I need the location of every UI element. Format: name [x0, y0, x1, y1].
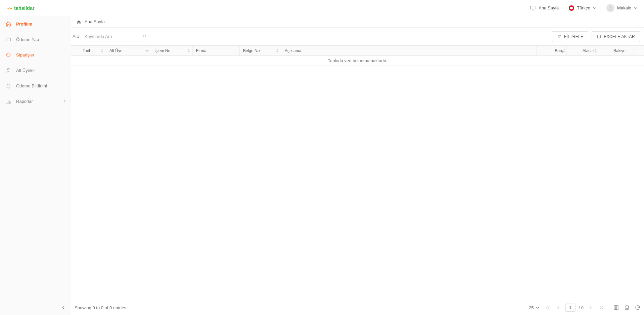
card-icon — [5, 36, 11, 42]
layers-icon[interactable] — [624, 305, 630, 311]
sidebar-item-raporlar[interactable]: Raporlar — [0, 93, 71, 109]
column-altuye[interactable]: Alt Üye — [106, 46, 151, 55]
logo[interactable]: tahsildar — [7, 5, 35, 11]
user-label: Makale — [617, 5, 631, 10]
home-icon[interactable] — [77, 19, 81, 24]
showing-label: Showing 0 to 0 of 0 entries — [75, 305, 126, 310]
column-label: İşlem No — [154, 48, 170, 53]
column-aciklama[interactable]: Açıklama — [281, 46, 537, 55]
column-label: Belge No — [243, 48, 260, 53]
topbar: tahsildar Ana Sayfa Türkçe Makale — [0, 0, 644, 16]
search-icon[interactable] — [142, 34, 147, 39]
svg-point-4 — [143, 35, 145, 37]
avatar — [606, 4, 614, 12]
sort-icon — [594, 49, 597, 53]
table-header-row: Tarih Alt Üye İşlem No — [71, 46, 644, 56]
sidebar-collapse-button[interactable] — [59, 304, 67, 312]
chevron-down-icon — [634, 6, 637, 10]
toolbar-buttons: FİLTRELE EXCELE AKTAR — [552, 31, 643, 42]
basket-icon — [5, 52, 11, 58]
sidebar-item-alt-uyeler[interactable]: Alt Üyeler — [0, 63, 71, 78]
search-input[interactable] — [84, 32, 148, 41]
user-icon — [5, 67, 11, 73]
sidebar-item-label: Alt Üyeler — [16, 68, 35, 73]
page-current-input[interactable] — [565, 304, 576, 312]
table-select-all[interactable] — [71, 46, 79, 55]
page-last-button[interactable] — [598, 304, 605, 311]
page-prev-button[interactable] — [555, 304, 562, 311]
column-bakiye[interactable]: Bakiye — [598, 46, 634, 55]
page-next-button[interactable] — [587, 304, 594, 311]
column-islem[interactable]: İşlem No — [151, 46, 193, 55]
sort-icon — [100, 49, 104, 53]
flag-tr-icon — [569, 5, 574, 11]
sort-icon — [187, 49, 190, 53]
topbar-right: Ana Sayfa Türkçe Makale — [530, 4, 637, 12]
filter-button[interactable]: FİLTRELE — [552, 31, 589, 42]
grid-view-icon[interactable] — [613, 305, 619, 311]
breadcrumb: Ana Sayfa — [71, 16, 644, 28]
language-select[interactable]: Türkçe — [569, 5, 596, 11]
chevron-right-icon — [63, 100, 66, 103]
monitor-icon — [530, 5, 536, 11]
page-size-value: 25 — [529, 305, 534, 310]
logo-text: tahsildar — [14, 5, 35, 11]
sidebar-item-odeme-yap[interactable]: Ödeme Yap — [0, 32, 71, 47]
page-first-button[interactable] — [544, 304, 551, 311]
svg-rect-6 — [614, 306, 618, 310]
main: Ana Sayfa Ara: FİLTRELE — [71, 16, 644, 315]
svg-point-3 — [7, 68, 9, 70]
sidebar-item-label: Ödeme Bildirimi — [16, 83, 47, 88]
pager: 25 / 0 — [527, 304, 641, 312]
export-excel-button[interactable]: EXCELE AKTAR — [592, 31, 640, 42]
sidebar-item-profilim[interactable]: Profilim — [0, 16, 71, 32]
page-total-label: / 0 — [579, 305, 584, 310]
column-label: Bakiye — [613, 48, 626, 53]
column-label: Borç — [555, 48, 563, 53]
column-label: Alacak — [583, 48, 595, 53]
home-link[interactable]: Ana Sayfa — [530, 5, 559, 11]
svg-point-7 — [625, 306, 629, 307]
column-alacak[interactable]: Alacak — [567, 46, 598, 55]
sidebar-item-label: Profilim — [16, 22, 32, 27]
column-tarih[interactable]: Tarih — [79, 46, 106, 55]
bell-icon — [5, 83, 11, 89]
sort-icon — [276, 49, 279, 53]
footer-tools — [613, 305, 641, 311]
chevron-down-icon — [536, 306, 539, 309]
chevron-down-icon — [145, 49, 149, 52]
sidebar: Profilim Ödeme Yap Siparişler Alt Üyeler… — [0, 16, 71, 315]
column-label: Firma — [196, 48, 206, 53]
chevron-down-icon — [593, 6, 596, 10]
toolbar: Ara: FİLTRELE — [71, 28, 644, 45]
svg-rect-2 — [6, 38, 11, 41]
sidebar-item-label: Ödeme Yap — [16, 37, 39, 42]
excel-icon — [597, 34, 601, 39]
user-menu[interactable]: Makale — [606, 4, 637, 12]
sidebar-item-label: Siparişler — [16, 52, 34, 57]
logo-icon — [7, 5, 13, 11]
svg-rect-0 — [531, 6, 536, 9]
column-label: Tarih — [83, 48, 91, 53]
sidebar-item-odeme-bildirimi[interactable]: Ödeme Bildirimi — [0, 78, 71, 93]
column-gutter — [634, 46, 644, 55]
export-button-label: EXCELE AKTAR — [604, 34, 635, 39]
page-size-select[interactable]: 25 — [527, 305, 540, 311]
empty-space — [71, 66, 644, 300]
column-firma[interactable]: Firma — [193, 46, 240, 55]
column-label: Alt Üye — [109, 48, 123, 53]
home-outline-icon — [5, 21, 11, 27]
table-footer: Showing 0 to 0 of 0 entries 25 / 0 — [71, 300, 644, 315]
language-label: Türkçe — [577, 5, 590, 10]
column-borc[interactable]: Borç — [537, 46, 567, 55]
refresh-icon[interactable] — [635, 305, 641, 311]
sidebar-item-siparisler[interactable]: Siparişler — [0, 47, 71, 63]
chart-icon — [5, 98, 11, 104]
search-field — [84, 32, 148, 41]
search-wrap: Ara: — [73, 32, 148, 41]
home-link-label: Ana Sayfa — [539, 5, 559, 10]
column-belge[interactable]: Belge No — [240, 46, 281, 55]
search-label: Ara: — [73, 34, 81, 39]
filter-button-label: FİLTRELE — [564, 34, 584, 39]
table-no-data: Tabloda veri bulunmamaktadır. — [71, 56, 644, 66]
